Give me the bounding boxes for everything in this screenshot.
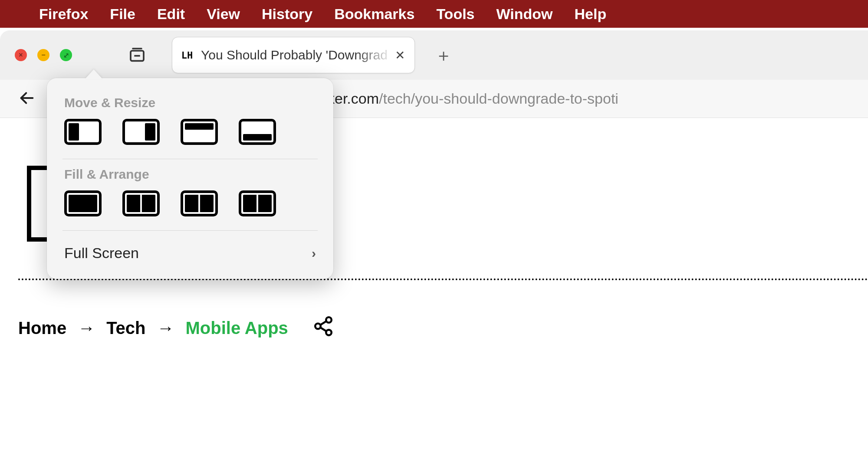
popover-section-fill-arrange: Fill & Arrange: [47, 162, 333, 190]
move-resize-grid: [47, 119, 333, 156]
browser-tab[interactable]: LH You Should Probably 'Downgrad ✕: [172, 37, 415, 73]
snap-bottom-half-icon[interactable]: [239, 119, 276, 145]
menubar-history[interactable]: History: [262, 6, 312, 23]
menubar-edit[interactable]: Edit: [157, 6, 185, 23]
back-button[interactable]: [18, 89, 36, 108]
browser-tab-strip: × − ⤢ LH You Should Probably 'Downgrad ✕…: [0, 30, 868, 80]
window-zoom-button[interactable]: ⤢: [60, 49, 72, 61]
window-snap-popover: Move & Resize Fill & Arrange Full Screen…: [47, 78, 333, 279]
window-close-button[interactable]: ×: [15, 49, 27, 61]
svg-line-7: [320, 327, 326, 331]
sidebar-toggle-icon[interactable]: [128, 46, 146, 64]
arrange-halves-icon[interactable]: [122, 190, 160, 216]
svg-point-5: [326, 330, 332, 335]
popover-caret-icon: [85, 69, 102, 79]
macos-menubar: Firefox File Edit View History Bookmarks…: [0, 0, 868, 28]
fill-arrange-grid: [47, 190, 333, 228]
snap-right-half-icon[interactable]: [122, 119, 160, 145]
share-icon[interactable]: [312, 315, 334, 341]
menubar-tools[interactable]: Tools: [436, 6, 474, 23]
svg-point-4: [315, 324, 321, 329]
tab-title: You Should Probably 'Downgrad: [201, 48, 393, 62]
menubar-bookmarks[interactable]: Bookmarks: [334, 6, 414, 23]
breadcrumb-current: Mobile Apps: [186, 318, 288, 338]
breadcrumb-home[interactable]: Home: [18, 318, 66, 338]
window-traffic-lights: × − ⤢: [15, 49, 72, 61]
fullscreen-menu-item[interactable]: Full Screen ›: [47, 233, 333, 275]
breadcrumb-separator-icon: →: [157, 318, 174, 338]
menubar-file[interactable]: File: [110, 6, 135, 23]
popover-divider: [62, 159, 318, 159]
new-tab-button[interactable]: ＋: [435, 43, 452, 67]
fullscreen-label: Full Screen: [64, 245, 139, 262]
menubar-app-name[interactable]: Firefox: [39, 6, 88, 23]
url-path: /tech/you-should-downgrade-to-spoti: [379, 90, 618, 107]
breadcrumb-separator-icon: →: [78, 318, 95, 338]
menubar-window[interactable]: Window: [496, 6, 553, 23]
menubar-view[interactable]: View: [207, 6, 240, 23]
tab-favicon-icon: LH: [180, 48, 194, 62]
window-minimize-button[interactable]: −: [37, 49, 49, 61]
snap-top-half-icon[interactable]: [181, 119, 218, 145]
svg-point-3: [326, 317, 332, 323]
popover-divider: [62, 230, 318, 231]
tab-close-icon[interactable]: ✕: [393, 46, 407, 64]
arrange-quarters-icon[interactable]: [239, 190, 276, 216]
popover-section-move-resize: Move & Resize: [47, 90, 333, 119]
snap-left-half-icon[interactable]: [64, 119, 102, 145]
chevron-right-icon: ›: [312, 246, 316, 261]
fill-screen-icon[interactable]: [64, 190, 102, 216]
breadcrumb: Home → Tech → Mobile Apps: [18, 315, 334, 341]
menubar-help[interactable]: Help: [575, 6, 607, 23]
breadcrumb-tech[interactable]: Tech: [106, 318, 145, 338]
arrange-three-icon[interactable]: [181, 190, 218, 216]
svg-line-6: [320, 321, 326, 325]
